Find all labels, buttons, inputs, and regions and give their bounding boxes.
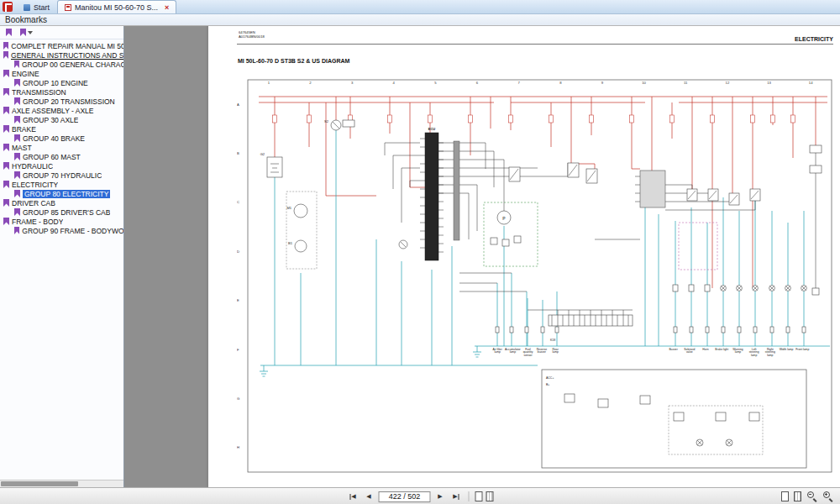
bookmark-item[interactable]: GROUP 90 FRAME - BODYWORK (0, 226, 123, 235)
document-icon (65, 4, 71, 11)
bookmark-item[interactable]: BRAKE (0, 124, 123, 134)
bookmark-icon (3, 107, 9, 114)
starter-motor (294, 204, 307, 218)
pdf-page: 647645EN A01764BN/0018 ELECTRICITY MI 50… (208, 26, 840, 487)
first-page-button[interactable]: ◀ (347, 491, 360, 503)
bookmark-item[interactable]: GROUP 85 DRIVER'S CAB (0, 207, 123, 217)
lamp-label: Reverse buzzer (535, 348, 549, 357)
lamp-label: Horn (697, 348, 713, 357)
relay-module (640, 171, 665, 207)
components (267, 120, 822, 468)
bookmark-icon (3, 42, 8, 50)
bookmark-icon (14, 190, 20, 197)
fit-page-icon[interactable] (781, 491, 789, 501)
continuous-view-icon[interactable] (486, 491, 494, 501)
zoom-in-icon[interactable] (822, 491, 833, 501)
fit-width-icon[interactable] (794, 491, 801, 501)
bookmark-icon (14, 134, 20, 142)
bookmark-item[interactable]: FRAME - BODY (0, 217, 123, 226)
sidebar-horizontal-scrollbar (0, 480, 123, 487)
battery (267, 157, 282, 177)
expand-bookmarks-icon[interactable] (6, 29, 12, 36)
home-icon (24, 4, 30, 11)
lamp-label: Front lamp (795, 348, 811, 357)
bookmark-item[interactable]: GROUP 80 ELECTRICITY (0, 189, 123, 198)
key-switch-label: S2 (324, 119, 329, 123)
alternator (295, 240, 307, 252)
bookmark-item[interactable]: MAST (0, 143, 123, 152)
tab-start-label: Start (34, 3, 50, 12)
bookmark-icon (3, 218, 9, 225)
lamp-label: Solenoid valve (681, 348, 697, 357)
battery-label: G2 (260, 152, 265, 156)
bookmark-item[interactable]: GROUP 30 AXLE (0, 115, 123, 124)
bookmark-icon (3, 125, 9, 133)
lamp-label: Warning lamp (730, 348, 746, 357)
bookmarks-tree: COMPLET REPAIR MANUAL MI 5060/ GENERAL I… (0, 39, 123, 235)
bookmark-item[interactable]: AXLE ASSEMBLY - AXLE (0, 106, 123, 115)
last-page-button[interactable]: ▶ (450, 491, 463, 503)
bookmark-item[interactable]: TRANSMISSION (0, 87, 123, 97)
red-power-wires (259, 97, 827, 416)
bookmark-item[interactable]: COMPLET REPAIR MANUAL MI 5060/ (0, 41, 123, 50)
lamp-label: Rear lamp (549, 348, 562, 357)
bookmark-item[interactable]: ELECTRICITY (0, 180, 123, 189)
lamp-label: Buzzer (665, 348, 681, 357)
bookmark-item[interactable]: GROUP 60 MAST (0, 152, 123, 161)
bookmark-icon (14, 60, 19, 68)
ecu-connector (425, 133, 438, 260)
harness-connector (454, 141, 459, 240)
bookmark-item[interactable]: DRIVER CAB (0, 198, 123, 207)
bookmark-icon (3, 70, 9, 77)
bookmark-item[interactable]: GROUP 10 ENGINE (0, 78, 123, 87)
lamp-label: Width lamp (778, 348, 794, 357)
lamp-labels-right: BuzzerSolenoid valveHornBrake lightWarni… (665, 348, 811, 357)
bookmarks-toolbar (0, 26, 123, 39)
bookmark-item[interactable]: ENGINE (0, 69, 123, 78)
bookmark-icon (3, 181, 9, 188)
bookmark-icon (3, 51, 8, 59)
prev-page-button[interactable]: ◀ (363, 491, 375, 503)
bookmark-icon (14, 97, 20, 105)
bookmark-icon (14, 208, 20, 216)
titlebar: Start Manitou MI 50-60-70 S... × (0, 0, 840, 14)
bookmark-item[interactable]: GROUP 70 HYDRAULIC (0, 171, 123, 180)
lamp-label: Air filter lamp (491, 348, 504, 357)
tab-start[interactable]: Start (16, 0, 57, 13)
bookmark-item[interactable]: GROUP 40 BRAKE (0, 134, 123, 143)
scrollbar-thumb[interactable] (1, 481, 78, 486)
bookmark-item[interactable]: GROUP 00 GENERAL CHARACTERI (0, 60, 123, 69)
bookmark-item[interactable]: GROUP 20 TRANSMISSION (0, 97, 123, 106)
zoom-out-icon[interactable] (806, 491, 817, 501)
bookmark-icon (14, 116, 20, 123)
bookmark-options-icon[interactable] (20, 29, 33, 36)
bookmark-icon (3, 162, 9, 170)
bookmark-icon (14, 153, 20, 160)
lamp-label: Fuel quantity sensor (521, 348, 534, 357)
lamp-labels-left: Air filter lampAccumulator lampFuel quan… (491, 348, 562, 357)
lamp-label: Accumulator lamp (504, 348, 521, 357)
lamp-symbols (721, 286, 807, 291)
bookmark-icon (14, 79, 20, 87)
single-page-view-icon[interactable] (475, 491, 483, 501)
instrument-cluster (484, 202, 538, 266)
bookmark-item[interactable]: GENERAL INSTRUCTIONS AND SAFET (0, 50, 123, 60)
alternator-label: B1 (288, 241, 293, 245)
bplus-label: B+ (546, 383, 549, 386)
zoom-controls (781, 491, 833, 501)
close-tab-icon[interactable]: × (165, 3, 169, 12)
lamp-label: Brake light (714, 348, 730, 357)
ecu-label: ECU (428, 127, 436, 131)
next-page-button[interactable]: ▶ (434, 491, 447, 503)
bookmark-icon (3, 144, 9, 151)
tab-document[interactable]: Manitou MI 50-60-70 S... × (57, 0, 176, 13)
bookmark-item[interactable]: HYDRAULIC (0, 161, 123, 171)
document-viewport[interactable]: 647645EN A01764BN/0018 ELECTRICITY MI 50… (124, 26, 840, 487)
wiring-diagram: ECU S2 G2 M1 B1 P K18 ACC+ B+ (208, 26, 840, 487)
statusbar: ◀ ◀ 422 / 502 ▶ ▶ (0, 487, 840, 504)
lamp-label: Left steering lamp (746, 348, 762, 357)
terminal-block-label: K18 (550, 339, 555, 342)
page-indicator-input[interactable]: 422 / 502 (379, 491, 431, 502)
lamp-label: Right steering lamp (762, 348, 778, 357)
app-toolbar: Bookmarks (0, 14, 840, 26)
